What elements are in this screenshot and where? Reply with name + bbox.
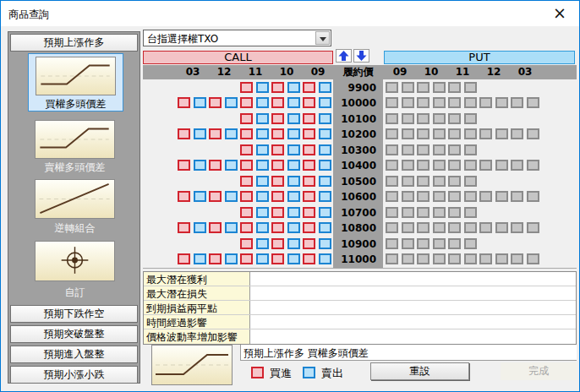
option-cell[interactable]: [287, 113, 300, 124]
option-cell[interactable]: [240, 191, 253, 202]
option-cell[interactable]: [240, 97, 253, 108]
option-cell[interactable]: [303, 82, 315, 93]
option-cell[interactable]: [240, 160, 253, 171]
option-cell[interactable]: [417, 97, 430, 108]
option-cell[interactable]: [194, 253, 206, 264]
option-cell[interactable]: [319, 238, 331, 249]
option-cell[interactable]: [417, 144, 430, 155]
option-cell[interactable]: [402, 82, 414, 93]
option-cell[interactable]: [479, 160, 492, 171]
option-cell[interactable]: [271, 160, 284, 171]
option-cell[interactable]: [178, 160, 190, 171]
option-cell[interactable]: [178, 97, 190, 108]
option-cell[interactable]: [240, 222, 253, 233]
option-cell[interactable]: [209, 253, 222, 264]
option-cell[interactable]: [527, 160, 539, 171]
option-cell[interactable]: [464, 222, 477, 233]
option-cell[interactable]: [511, 97, 523, 108]
option-cell[interactable]: [433, 160, 446, 171]
option-cell[interactable]: [527, 222, 539, 233]
option-cell[interactable]: [402, 144, 414, 155]
option-cell[interactable]: [287, 160, 300, 171]
option-cell[interactable]: [433, 238, 446, 249]
option-cell[interactable]: [433, 82, 446, 93]
option-cell[interactable]: [303, 144, 315, 155]
option-cell[interactable]: [417, 82, 430, 93]
option-cell[interactable]: [433, 176, 446, 187]
option-cell[interactable]: [271, 238, 284, 249]
option-cell[interactable]: [303, 253, 315, 264]
option-cell[interactable]: [417, 238, 430, 249]
option-cell[interactable]: [194, 222, 206, 233]
option-cell[interactable]: [271, 82, 284, 93]
option-cell[interactable]: [417, 160, 430, 171]
option-cell[interactable]: [194, 128, 206, 139]
option-cell[interactable]: [417, 191, 430, 202]
option-cell[interactable]: [287, 82, 300, 93]
option-cell[interactable]: [240, 113, 253, 124]
option-cell[interactable]: [319, 207, 331, 218]
option-cell[interactable]: [271, 176, 284, 187]
option-cell[interactable]: [402, 191, 414, 202]
option-cell[interactable]: [402, 113, 414, 124]
option-cell[interactable]: [464, 238, 477, 249]
option-cell[interactable]: [319, 222, 331, 233]
option-cell[interactable]: [479, 97, 492, 108]
option-cell[interactable]: [240, 238, 253, 249]
option-cell[interactable]: [256, 160, 269, 171]
option-cell[interactable]: [464, 207, 477, 218]
option-cell[interactable]: [178, 128, 190, 139]
sidebar-button[interactable]: 預期進入盤整: [10, 346, 138, 363]
option-cell[interactable]: [178, 191, 190, 202]
option-cell[interactable]: [225, 160, 238, 171]
option-cell[interactable]: [319, 176, 331, 187]
option-cell[interactable]: [402, 222, 414, 233]
option-cell[interactable]: [287, 128, 300, 139]
option-cell[interactable]: [194, 160, 206, 171]
option-cell[interactable]: [209, 128, 222, 139]
option-cell[interactable]: [448, 238, 461, 249]
sidebar-button[interactable]: 預期突破盤整: [10, 325, 138, 343]
strategy-item[interactable]: 逆轉組合: [35, 179, 115, 235]
sidebar-button-expect-rise[interactable]: 預期上漲作多: [10, 34, 138, 52]
dropdown-arrow-button[interactable]: [315, 31, 330, 45]
scroll-up-button[interactable]: [336, 49, 352, 63]
scroll-down-button[interactable]: [353, 49, 369, 63]
option-cell[interactable]: [256, 253, 269, 264]
option-cell[interactable]: [303, 160, 315, 171]
option-cell[interactable]: [240, 128, 253, 139]
option-cell[interactable]: [303, 128, 315, 139]
strategy-item[interactable]: 賣權多頭價差: [35, 120, 115, 173]
option-cell[interactable]: [225, 128, 238, 139]
option-cell[interactable]: [495, 97, 508, 108]
option-cell[interactable]: [287, 238, 300, 249]
sidebar-button[interactable]: 預期下跌作空: [10, 305, 138, 323]
option-cell[interactable]: [287, 97, 300, 108]
option-cell[interactable]: [386, 253, 398, 264]
option-cell[interactable]: [479, 128, 492, 139]
option-cell[interactable]: [402, 253, 414, 264]
option-cell[interactable]: [448, 144, 461, 155]
option-cell[interactable]: [271, 222, 284, 233]
option-cell[interactable]: [240, 253, 253, 264]
option-cell[interactable]: [495, 191, 508, 202]
option-cell[interactable]: [386, 191, 398, 202]
reset-button[interactable]: 重設: [370, 362, 469, 380]
option-cell[interactable]: [417, 253, 430, 264]
option-cell[interactable]: [303, 97, 315, 108]
option-cell[interactable]: [287, 144, 300, 155]
option-cell[interactable]: [319, 97, 331, 108]
option-cell[interactable]: [271, 113, 284, 124]
option-cell[interactable]: [417, 207, 430, 218]
option-cell[interactable]: [386, 128, 398, 139]
option-cell[interactable]: [433, 191, 446, 202]
option-cell[interactable]: [511, 128, 523, 139]
option-cell[interactable]: [464, 191, 477, 202]
option-cell[interactable]: [287, 207, 300, 218]
option-cell[interactable]: [240, 176, 253, 187]
option-cell[interactable]: [417, 128, 430, 139]
option-cell[interactable]: [256, 222, 269, 233]
option-cell[interactable]: [386, 238, 398, 249]
option-cell[interactable]: [386, 113, 398, 124]
strategy-item[interactable]: 自訂: [35, 241, 115, 300]
